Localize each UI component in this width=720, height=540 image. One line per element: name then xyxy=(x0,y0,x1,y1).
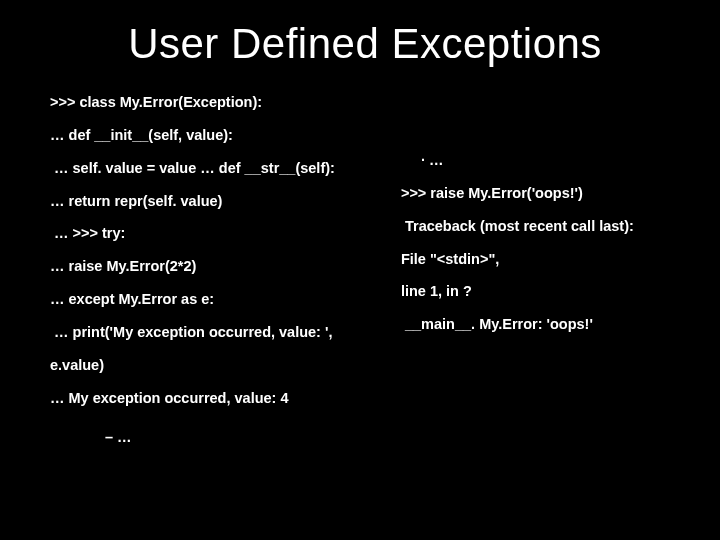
slide-title: User Defined Exceptions xyxy=(50,20,680,68)
code-line: … My exception occurred, value: 4 xyxy=(50,389,371,408)
code-line: … self. value = value … def __str__(self… xyxy=(50,159,371,178)
content-columns: >>> class My.Error(Exception): … def __i… xyxy=(50,93,680,445)
code-line: >>> raise My.Error('oops!') xyxy=(401,184,680,203)
code-line: … >>> try: xyxy=(50,224,371,243)
left-column: >>> class My.Error(Exception): … def __i… xyxy=(50,93,371,445)
code-line: … raise My.Error(2*2) xyxy=(50,257,371,276)
code-line: … def __init__(self, value): xyxy=(50,126,371,145)
code-line: e.value) xyxy=(50,356,371,375)
code-line: line 1, in ? xyxy=(401,282,680,301)
code-line: … except My.Error as e: xyxy=(50,290,371,309)
code-line: · … xyxy=(401,151,680,170)
right-column: · … >>> raise My.Error('oops!') Tracebac… xyxy=(401,93,680,445)
code-line: … return repr(self. value) xyxy=(50,192,371,211)
slide: User Defined Exceptions >>> class My.Err… xyxy=(0,0,720,540)
code-line: File "<stdin>", xyxy=(401,250,680,269)
code-line: __main__. My.Error: 'oops!' xyxy=(401,315,680,334)
code-line: – … xyxy=(50,429,371,445)
code-line: Traceback (most recent call last): xyxy=(401,217,680,236)
code-line: >>> class My.Error(Exception): xyxy=(50,93,371,112)
code-line: … print('My exception occurred, value: '… xyxy=(50,323,371,342)
